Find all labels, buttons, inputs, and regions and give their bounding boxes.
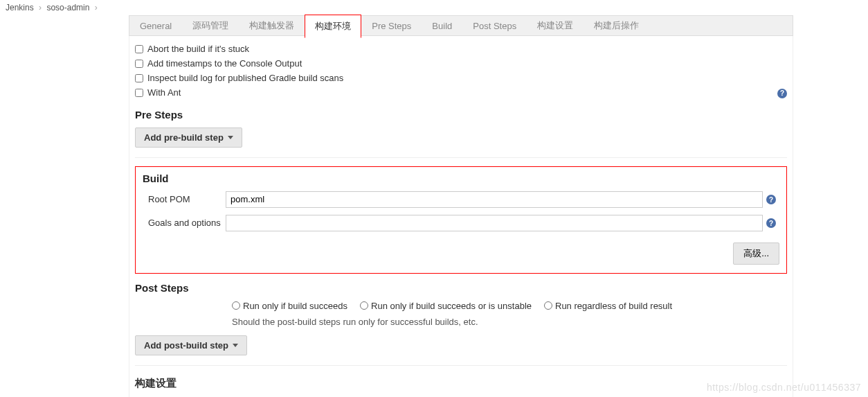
chevron-down-icon xyxy=(233,344,238,347)
breadcrumb-root[interactable]: Jenkins xyxy=(6,3,34,12)
with-ant-checkbox[interactable] xyxy=(135,89,143,97)
chevron-down-icon xyxy=(228,136,233,139)
root-pom-label: Root POM xyxy=(143,194,226,204)
tab-general[interactable]: General xyxy=(129,16,182,36)
run-if-succeeds-label: Run only if build succeeds xyxy=(243,301,347,311)
help-icon[interactable]: ? xyxy=(766,195,776,204)
run-if-unstable-radio[interactable] xyxy=(360,301,368,310)
post-steps-heading: Post Steps xyxy=(135,282,787,294)
build-heading: Build xyxy=(143,173,779,184)
run-regardless-radio[interactable] xyxy=(544,301,552,310)
abort-stuck-checkbox[interactable] xyxy=(135,45,143,53)
tab-triggers[interactable]: 构建触发器 xyxy=(239,15,305,37)
tab-post-steps[interactable]: Post Steps xyxy=(462,16,527,36)
breadcrumb-sep: › xyxy=(95,3,98,12)
help-icon[interactable]: ? xyxy=(777,89,787,98)
config-tabs: General 源码管理 构建触发器 构建环境 Pre Steps Build … xyxy=(129,15,793,36)
run-regardless-label: Run regardless of build result xyxy=(555,301,672,311)
breadcrumb-project[interactable]: soso-admin xyxy=(46,3,89,12)
add-post-build-step-button[interactable]: Add post-build step xyxy=(135,335,247,355)
tab-scm[interactable]: 源码管理 xyxy=(182,15,239,37)
tab-build[interactable]: Build xyxy=(422,16,462,36)
build-section: Build Root POM ? Goals and options ? 高级.… xyxy=(135,166,787,274)
tab-build-settings[interactable]: 构建设置 xyxy=(527,15,584,37)
post-steps-hint: Should the post-build steps run only for… xyxy=(232,317,787,327)
goals-options-label: Goals and options xyxy=(143,218,226,228)
run-if-succeeds-radio[interactable] xyxy=(232,301,240,310)
tab-post-build[interactable]: 构建后操作 xyxy=(584,15,649,37)
goals-options-input[interactable] xyxy=(226,215,763,231)
tab-build-env[interactable]: 构建环境 xyxy=(305,15,361,38)
timestamps-checkbox[interactable] xyxy=(135,60,143,68)
gradle-scan-label: Inspect build log for published Gradle b… xyxy=(147,73,343,83)
root-pom-input[interactable] xyxy=(226,191,763,208)
build-settings-heading: 构建设置 xyxy=(135,377,787,390)
watermark: https://blog.csdn.net/u011456337 xyxy=(707,382,861,393)
tab-pre-steps[interactable]: Pre Steps xyxy=(361,16,422,36)
breadcrumb: Jenkins › soso-admin › xyxy=(0,0,868,15)
add-post-build-label: Add post-build step xyxy=(144,340,228,351)
add-pre-build-label: Add pre-build step xyxy=(144,132,224,143)
timestamps-label: Add timestamps to the Console Output xyxy=(147,58,302,69)
add-pre-build-step-button[interactable]: Add pre-build step xyxy=(135,127,242,148)
breadcrumb-sep: › xyxy=(39,3,42,12)
gradle-scan-checkbox[interactable] xyxy=(135,74,143,82)
run-if-unstable-label: Run only if build succeeds or is unstabl… xyxy=(371,301,532,311)
help-icon[interactable]: ? xyxy=(766,218,776,228)
pre-steps-heading: Pre Steps xyxy=(135,109,787,121)
abort-stuck-label: Abort the build if it's stuck xyxy=(147,44,249,54)
advanced-button[interactable]: 高级... xyxy=(733,242,779,265)
with-ant-label: With Ant xyxy=(147,87,181,98)
